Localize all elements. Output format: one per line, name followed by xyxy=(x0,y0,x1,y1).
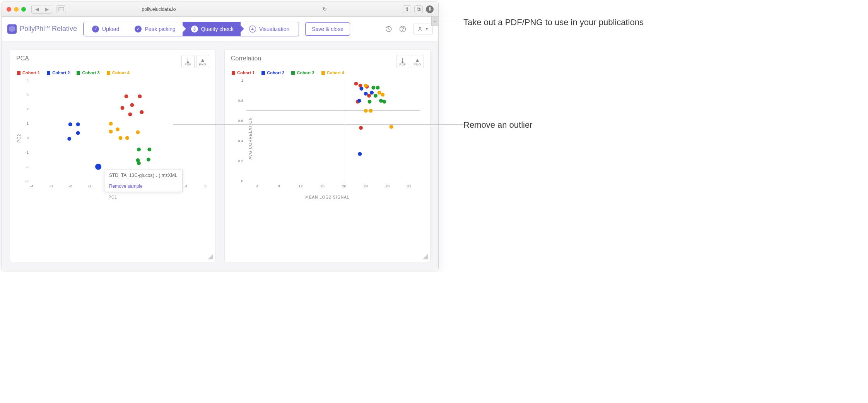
data-point[interactable] xyxy=(118,136,122,140)
data-point[interactable] xyxy=(368,100,372,104)
data-point[interactable] xyxy=(374,94,378,98)
svg-text:-1: -1 xyxy=(88,184,91,188)
svg-text:-1: -1 xyxy=(25,150,29,154)
legend-item[interactable]: Cohort 3 xyxy=(77,70,99,75)
resize-handle[interactable] xyxy=(208,254,213,259)
export-pdf-button[interactable]: ⭳ PDF xyxy=(396,55,409,68)
image-icon: ▲ xyxy=(415,57,420,63)
pdf-icon: ⭳ xyxy=(400,57,405,63)
correlation-card: Correlation ⭳ PDF ▲ PNG Cohort 1Cohort 2… xyxy=(224,49,431,262)
logo-text: PollyPhiTM Relative xyxy=(20,25,77,33)
svg-text:4: 4 xyxy=(26,78,29,82)
data-point[interactable] xyxy=(95,164,101,170)
tabs-icon[interactable]: ⧉ xyxy=(414,5,423,13)
data-point[interactable] xyxy=(138,94,142,98)
data-point[interactable] xyxy=(369,109,372,113)
data-point[interactable] xyxy=(378,91,381,94)
data-point[interactable] xyxy=(137,147,141,151)
export-pdf-button[interactable]: ⭳ PDF xyxy=(181,55,195,68)
step-peak-picking[interactable]: ✓ Peak picking xyxy=(126,22,182,36)
correlation-x-axis-label: MEAN LOG2 SIGNAL xyxy=(231,195,424,199)
data-point[interactable] xyxy=(128,112,132,116)
legend-item[interactable]: Cohort 1 xyxy=(17,70,40,75)
data-point[interactable] xyxy=(147,158,150,161)
legend-swatch xyxy=(77,71,80,75)
data-point[interactable] xyxy=(364,109,368,113)
data-point[interactable] xyxy=(124,94,128,98)
data-point[interactable] xyxy=(354,82,358,86)
data-point[interactable] xyxy=(381,93,384,97)
user-menu[interactable]: ▼ xyxy=(413,24,433,34)
svg-text:-3: -3 xyxy=(25,179,29,183)
legend-item[interactable]: Cohort 2 xyxy=(261,70,284,75)
data-point[interactable] xyxy=(136,130,140,134)
reload-icon[interactable]: ↻ xyxy=(323,6,327,12)
data-point[interactable] xyxy=(76,122,80,126)
legend-item[interactable]: Cohort 4 xyxy=(107,70,130,75)
close-window-icon[interactable] xyxy=(7,7,11,12)
data-point[interactable] xyxy=(68,122,72,126)
svg-text:20: 20 xyxy=(342,184,347,188)
data-point[interactable] xyxy=(367,94,371,98)
downloads-icon[interactable]: ⬇ xyxy=(426,5,434,13)
legend-item[interactable]: Cohort 2 xyxy=(47,70,70,75)
correlation-y-axis-label: AVG CORRELATION xyxy=(248,117,253,159)
new-tab-button[interactable]: + xyxy=(431,17,438,26)
data-point[interactable] xyxy=(359,126,363,130)
step-visualization[interactable]: 4 Visualization xyxy=(241,22,299,36)
history-icon[interactable] xyxy=(385,26,392,33)
forward-button[interactable]: ▶ xyxy=(42,5,52,13)
data-point[interactable] xyxy=(390,125,393,129)
data-point[interactable] xyxy=(109,122,113,125)
save-and-close-button[interactable]: Save & close xyxy=(305,22,350,36)
sidebar-toggle[interactable] xyxy=(56,5,66,13)
back-button[interactable]: ◀ xyxy=(32,5,42,13)
data-point[interactable] xyxy=(116,127,120,131)
data-point[interactable] xyxy=(140,110,144,114)
data-point[interactable] xyxy=(147,147,151,151)
help-icon[interactable] xyxy=(399,26,406,33)
data-point[interactable] xyxy=(109,130,113,134)
user-icon xyxy=(417,26,423,32)
legend-item[interactable]: Cohort 1 xyxy=(232,70,255,75)
data-point[interactable] xyxy=(120,106,124,110)
share-icon[interactable]: ⇪ xyxy=(403,5,411,13)
data-point[interactable] xyxy=(76,131,80,135)
step-number: 3 xyxy=(191,26,198,33)
data-point[interactable] xyxy=(358,152,362,156)
data-point[interactable] xyxy=(364,84,368,87)
legend-item[interactable]: Cohort 4 xyxy=(321,70,344,75)
data-point[interactable] xyxy=(371,86,375,89)
export-png-button[interactable]: ▲ PNG xyxy=(411,55,424,68)
data-point[interactable] xyxy=(137,161,141,165)
svg-text:5: 5 xyxy=(204,184,207,188)
legend-item[interactable]: Cohort 3 xyxy=(291,70,314,75)
legend-swatch xyxy=(17,71,21,75)
data-point[interactable] xyxy=(382,100,386,104)
data-point[interactable] xyxy=(376,86,380,89)
app-logo[interactable]: PollyPhiTM Relative xyxy=(7,24,77,34)
correlation-legend: Cohort 1Cohort 2Cohort 3Cohort 4 xyxy=(232,70,424,75)
resize-handle[interactable] xyxy=(422,254,428,259)
data-point[interactable] xyxy=(370,91,374,94)
maximize-window-icon[interactable] xyxy=(21,7,26,12)
export-png-button[interactable]: ▲ PNG xyxy=(196,55,209,68)
step-upload[interactable]: ✓ Upload xyxy=(84,22,126,36)
data-point[interactable] xyxy=(359,87,363,91)
data-point[interactable] xyxy=(130,103,134,107)
data-point[interactable] xyxy=(357,99,361,103)
data-point[interactable] xyxy=(125,136,129,140)
pca-y-axis-label: PC2 xyxy=(17,134,21,142)
minimize-window-icon[interactable] xyxy=(14,7,19,12)
annotation-export: Take out a PDF/PNG to use in your public… xyxy=(463,15,856,29)
pca-x-axis-label: PC1 xyxy=(16,195,209,199)
correlation-scatter-plot[interactable]: 00.20.40.60.8148121620242832 xyxy=(231,77,424,193)
address-bar-text[interactable]: polly.elucidata.io xyxy=(142,7,176,12)
data-point[interactable] xyxy=(364,92,368,96)
data-point[interactable] xyxy=(67,137,71,141)
step-quality-check[interactable]: 3 Quality check xyxy=(183,22,241,36)
step-label: Visualization xyxy=(259,26,289,32)
remove-sample-action[interactable]: Remove sample xyxy=(104,181,182,192)
svg-text:1: 1 xyxy=(241,78,243,82)
data-point[interactable] xyxy=(379,99,383,103)
